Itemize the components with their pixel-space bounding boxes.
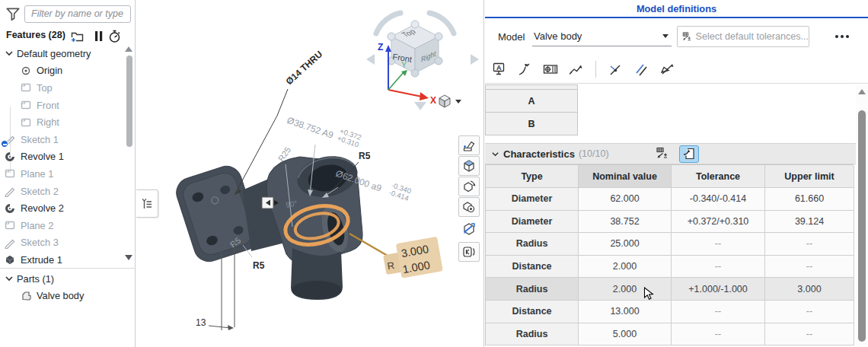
add-folder-icon[interactable] [70, 29, 85, 43]
table-cell[interactable]: +0.372/+0.310 [672, 211, 765, 234]
sidebar-item-valve-body-part[interactable]: Valve body [0, 288, 136, 305]
dim-r5-mid[interactable]: R5 [253, 260, 265, 271]
key-characteristics-button[interactable] [458, 242, 480, 262]
table-cell[interactable]: 5.000 [579, 323, 672, 346]
leader-callout-tool[interactable] [516, 61, 533, 78]
panel-scrollbar[interactable] [856, 84, 868, 347]
view-options-menu[interactable] [437, 91, 469, 111]
export-characteristics-button-active[interactable] [679, 145, 699, 163]
sidebar-item-extrude-1[interactable]: Extrude 1 [0, 251, 136, 269]
feature-list-flyout-button[interactable] [136, 189, 158, 218]
sidebar-item-top-plane[interactable]: Top [0, 79, 136, 97]
table-cell[interactable]: Diameter [486, 188, 579, 211]
model-dropdown-value: Valve body [534, 30, 582, 42]
table-cell[interactable]: 62.000 [579, 188, 672, 211]
dim-13[interactable]: 13 [196, 317, 206, 328]
jogged-leader-tool[interactable] [568, 61, 585, 78]
chevron-down-icon[interactable] [491, 150, 499, 158]
sidebar-item-front-plane[interactable]: Front [0, 97, 136, 114]
datum-row-a[interactable]: A [485, 89, 578, 113]
sidebar-item-sketch-3[interactable]: Sketch 3 [0, 234, 136, 252]
apply-tolerances-button[interactable] [653, 145, 672, 162]
stamp-characteristic-button[interactable] [458, 135, 480, 155]
table-cell-hovered[interactable]: Radius [486, 278, 579, 301]
table-cell[interactable]: -- [672, 256, 765, 279]
model-dropdown[interactable]: Valve body [532, 26, 672, 46]
table-cell-hovered[interactable]: 2.000 [579, 278, 672, 301]
rotate-model-button[interactable] [458, 177, 480, 196]
tree-scroll-down[interactable] [125, 255, 132, 261]
default-tolerances-button[interactable]: Select default tolerances... [677, 26, 809, 47]
datum-target-tool[interactable] [659, 61, 675, 78]
sketch-icon [4, 237, 16, 249]
table-cell[interactable]: -- [672, 323, 765, 346]
show-faces-button[interactable] [458, 156, 480, 176]
table-cell[interactable]: 61.660 [765, 188, 854, 211]
active-annotation-view-button[interactable] [458, 219, 480, 239]
table-cell[interactable]: -- [765, 233, 854, 256]
table-cell[interactable]: 38.752 [579, 211, 672, 234]
dim-r5-top[interactable]: R5 [359, 151, 371, 161]
table-cell[interactable]: -0.340/-0.414 [672, 188, 765, 211]
sidebar-item-plane-2[interactable]: Plane 2 [0, 217, 136, 234]
table-cell[interactable]: Radius [486, 323, 579, 346]
intersection-tool[interactable] [607, 61, 624, 78]
sidebar-item-sketch-2[interactable]: Sketch 2 [0, 183, 136, 200]
table-cell[interactable]: -- [672, 233, 765, 256]
col-header-nominal[interactable]: Nominal value [579, 165, 672, 188]
sidebar-item-sketch-1[interactable]: Sketch 1 [0, 131, 136, 148]
sidebar-item-right-plane[interactable]: Right [0, 113, 136, 131]
table-cell[interactable]: Distance [486, 301, 579, 323]
table-cell[interactable]: 13.000 [579, 301, 672, 323]
list-panel-icon [140, 197, 154, 211]
parallel-lines-tool[interactable] [633, 61, 649, 78]
dim-hole-callout[interactable]: Ø14 THRU [284, 49, 324, 87]
table-cell[interactable]: -- [765, 301, 854, 323]
col-header-tolerance[interactable]: Tolerance [672, 165, 765, 188]
filter-input[interactable]: Filter by name or type [24, 5, 131, 23]
characteristics-header[interactable]: Characteristics (10/10) [485, 143, 856, 164]
table-cell[interactable]: Diameter [486, 211, 579, 234]
datum-row-b[interactable]: B [485, 112, 578, 135]
characteristics-title: Characteristics [503, 148, 575, 160]
feature-tree-sidebar: Filter by name or type Features (28) Def… [0, 0, 136, 347]
sidebar-item-origin[interactable]: Origin [0, 62, 136, 80]
z-axis-label: Z [378, 42, 383, 53]
col-header-type[interactable]: Type [486, 165, 579, 188]
scroll-up-arrow[interactable] [858, 89, 866, 94]
table-cell[interactable]: -- [672, 301, 765, 323]
table-cell[interactable]: 39.124 [765, 211, 854, 234]
table-cell[interactable]: Distance [486, 256, 579, 279]
table-cell[interactable]: Radius [486, 233, 579, 256]
table-cell-hovered[interactable]: 3.000 [765, 278, 854, 301]
sidebar-item-revolve-1[interactable]: Revolve 1 [0, 148, 136, 166]
sidebar-item-revolve-2[interactable]: Revolve 2 [0, 199, 136, 217]
suppress-pause-icon[interactable] [91, 29, 106, 43]
feature-control-frame-tool[interactable] [542, 61, 559, 78]
table-cell-hovered[interactable]: +1.000/-1.000 [672, 278, 765, 301]
graphics-viewport[interactable]: Ø14 THRU Ø38.752 A9 +0.372 +0.310 R25 R5… [136, 0, 484, 347]
characteristics-table: Type Nominal value Tolerance Upper limit… [485, 164, 854, 345]
plane-icon [20, 81, 32, 94]
chevron-down-icon [455, 100, 461, 103]
tree-scroll-up[interactable] [125, 46, 132, 53]
datum-feature-tool[interactable]: A [490, 61, 507, 78]
model-label: Model [498, 31, 525, 43]
table-cell[interactable]: -- [765, 323, 854, 346]
table-cell[interactable]: -- [765, 256, 854, 279]
rollback-clock-icon[interactable] [107, 29, 122, 43]
table-cell[interactable]: 2.000 [579, 256, 672, 279]
sidebar-item-default-geometry[interactable]: Default geometry [0, 45, 136, 62]
more-options-button[interactable] [829, 30, 855, 43]
sidebar-item-parts-group[interactable]: Parts (1) [0, 270, 136, 288]
snapshot-view-button[interactable] [458, 197, 480, 217]
dim-dia38[interactable]: Ø38.752 A9 +0.372 +0.310 [286, 109, 362, 149]
tree-scrollbar-thumb[interactable] [126, 56, 132, 147]
sidebar-item-plane-1[interactable]: Plane 1 [0, 165, 136, 183]
sketch-icon [4, 185, 16, 197]
col-header-upper-limit[interactable]: Upper limit [765, 165, 854, 188]
table-cell[interactable]: 25.000 [579, 233, 672, 256]
x-axis-label: X [430, 95, 436, 106]
panel-scrollbar-thumb[interactable] [858, 110, 866, 342]
filter-icon[interactable] [5, 5, 21, 22]
